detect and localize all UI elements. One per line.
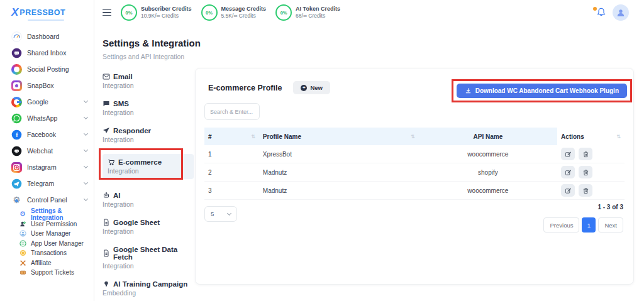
annotation-box-download: Download WC Abandoned Cart Webhook Plugi…	[452, 79, 632, 102]
subnav-item-subtitle: Integration	[103, 82, 194, 89]
support-tickets-icon	[19, 269, 26, 276]
sidebar-item-settings-integration[interactable]: ⚙ Settings & Integration	[0, 209, 94, 219]
cart-icon	[108, 158, 115, 166]
user-permission-icon	[19, 220, 26, 227]
notification-bell-icon[interactable]	[596, 6, 606, 19]
responder-icon	[103, 127, 110, 134]
sidebar-item-user-manager[interactable]: User Manager	[0, 229, 94, 239]
edit-button[interactable]	[561, 148, 575, 160]
edit-button[interactable]	[561, 166, 575, 178]
subnav-item-title: AI Training Campaign	[113, 280, 187, 288]
new-button-label: New	[310, 84, 323, 91]
message-credits-widget: 0% Message Credits 5.5K/∞ Credits	[201, 4, 267, 21]
table-row: 1 XpressBot woocommerce	[204, 145, 625, 163]
current-page-button[interactable]: 1	[582, 217, 596, 233]
download-webhook-plugin-button[interactable]: Download WC Abandoned Cart Webhook Plugi…	[457, 84, 627, 98]
sms-icon	[103, 100, 110, 107]
column-header-num[interactable]: #⇅	[204, 128, 259, 145]
sidebar-item-snapbox[interactable]: SnapBox	[0, 77, 94, 94]
delete-button[interactable]	[579, 184, 592, 197]
subnav-item-title: Google Sheet	[113, 219, 160, 226]
sidebar-item-social-posting[interactable]: Social Posting	[0, 61, 94, 77]
control-panel-subnav: ⚙ Settings & Integration User Permission…	[0, 209, 94, 278]
bulb-icon	[103, 280, 110, 288]
subnav-item-ai-training-campaign[interactable]: AI Training Campaign Embedding	[103, 280, 194, 297]
edit-icon	[565, 151, 572, 158]
column-header-actions[interactable]: Actions⇅	[557, 128, 625, 145]
profiles-table: #⇅ Profile Name⇅ API Name Actions⇅ 1 Xpr…	[204, 128, 625, 200]
sheet-icon	[103, 249, 110, 257]
chevron-down-icon	[84, 115, 88, 119]
sidebar-item-support-tickets[interactable]: Support Tickets	[0, 268, 94, 278]
sidebar-item-facebook[interactable]: f Facebook	[0, 126, 94, 143]
sub-item-label: App User Manager	[31, 240, 84, 247]
row-profile-name: XpressBot	[259, 151, 419, 158]
sidebar-item-dashboard[interactable]: Dashboard	[0, 28, 94, 45]
chevron-down-icon	[84, 99, 88, 103]
subnav-item-title: E-commerce	[118, 158, 162, 166]
page-size-value: 5	[211, 211, 214, 217]
subnav-item-title: Google Sheet Data Fetch	[113, 246, 194, 261]
subnav-item-subtitle: Integration	[103, 262, 194, 270]
page-size-select[interactable]: 5	[204, 206, 237, 222]
row-num: 2	[204, 169, 259, 176]
sidebar-item-google[interactable]: Google	[0, 94, 94, 110]
chevron-down-icon	[84, 164, 88, 168]
page-subtitle: Settings and API Integration	[103, 53, 184, 60]
menu-toggle-icon[interactable]	[103, 9, 111, 16]
sort-icon[interactable]: ⇅	[411, 134, 415, 140]
ai-token-credits-widget: 0% AI Token Credits 68/∞ Credits	[275, 4, 340, 21]
integration-subnav: Email Integration SMS Integration Respon…	[103, 73, 194, 301]
subnav-item-sms[interactable]: SMS Integration	[103, 100, 194, 116]
topbar: 0% Subscriber Credits 10.9K/∞ Credits 0%…	[94, 0, 644, 25]
sidebar-item-label: Dashboard	[27, 33, 87, 40]
subnav-item-title: SMS	[113, 100, 129, 107]
sidebar-item-webchat[interactable]: Webchat	[0, 143, 94, 159]
next-page-button[interactable]: Next	[598, 217, 623, 233]
subnav-item-ecommerce[interactable]: E-commerce Integration	[103, 154, 194, 179]
new-profile-button[interactable]: + New	[293, 81, 330, 94]
subnav-item-email[interactable]: Email Integration	[103, 73, 194, 89]
column-header-api-name[interactable]: API Name	[419, 128, 557, 145]
notification-badge	[593, 7, 597, 11]
sidebar-item-label: Facebook	[27, 131, 79, 138]
sidebar-item-transactions[interactable]: Transactions	[0, 248, 94, 258]
pagination: Previous 1 Next	[543, 217, 623, 233]
sidebar-item-control-panel[interactable]: ⚙ Control Panel	[0, 192, 94, 208]
ai-robot-icon	[103, 192, 110, 199]
brand-x-icon: X	[11, 6, 18, 19]
brand-logo[interactable]: X PRESSBOT	[0, 0, 94, 19]
sort-icon[interactable]: ⇅	[616, 134, 621, 140]
subnav-item-ai[interactable]: AI Integration	[103, 192, 194, 208]
email-icon	[103, 73, 110, 80]
sidebar-item-instagram[interactable]: Instagram	[0, 159, 94, 175]
page-title: Settings & Integration	[103, 38, 201, 48]
sidebar-item-affiliate[interactable]: Affiliate	[0, 258, 94, 268]
sidebar-item-label: Webchat	[27, 147, 79, 155]
subnav-item-responder[interactable]: Responder Integration	[103, 127, 194, 143]
column-header-profile-name[interactable]: Profile Name⇅	[259, 128, 419, 145]
subnav-item-google-sheet[interactable]: Google Sheet Integration	[103, 219, 194, 235]
previous-page-button[interactable]: Previous	[543, 217, 579, 233]
sidebar-item-whatsapp[interactable]: WhatsApp	[0, 110, 94, 126]
delete-button[interactable]	[579, 148, 592, 160]
edit-button[interactable]	[561, 184, 575, 197]
chevron-down-icon	[227, 211, 231, 215]
search-input[interactable]	[204, 103, 260, 120]
subnav-item-subtitle: Integration	[103, 200, 194, 208]
sidebar-item-app-user-manager[interactable]: App User Manager	[0, 239, 94, 249]
credit-title: Message Credits	[221, 6, 267, 13]
download-button-label: Download WC Abandoned Cart Webhook Plugi…	[475, 87, 619, 94]
sidebar-item-telegram[interactable]: Telegram	[0, 175, 94, 192]
sidebar-item-shared-inbox[interactable]: Shared Inbox	[0, 45, 94, 61]
subnav-item-subtitle: Embedding	[103, 289, 194, 297]
delete-button[interactable]	[579, 166, 592, 178]
credit-value: 68/∞ Credits	[296, 13, 340, 19]
sort-icon[interactable]: ⇅	[251, 134, 255, 140]
progress-ring: 0%	[201, 4, 218, 21]
row-profile-name: Madnutz	[259, 187, 419, 194]
user-avatar[interactable]	[613, 4, 629, 21]
row-num: 1	[204, 151, 259, 158]
subnav-item-google-sheet-data-fetch[interactable]: Google Sheet Data Fetch Integration	[103, 246, 194, 270]
card-title: E-commerce Profile	[208, 84, 282, 92]
